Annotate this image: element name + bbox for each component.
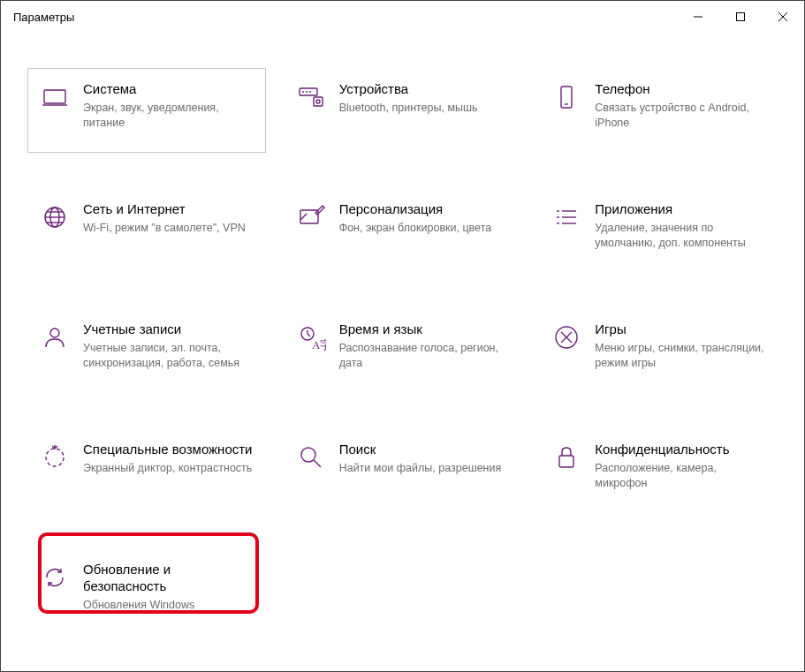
apps-icon — [551, 201, 582, 233]
privacy-icon — [551, 442, 582, 473]
tile-time-language[interactable]: A字 Время и язык Распознавание голоса, ре… — [284, 308, 522, 393]
minimize-button[interactable] — [677, 1, 719, 33]
svg-rect-1 — [737, 13, 745, 21]
tile-personalization[interactable]: Персонализация Фон, экран блокировки, цв… — [284, 188, 522, 273]
svg-line-30 — [308, 334, 310, 336]
tile-accounts[interactable]: Учетные записи Учетные записи, эл. почта… — [27, 308, 266, 393]
tile-label: Приложения — [595, 201, 766, 218]
tile-desc: Учетные записи, эл. почта, синхронизация… — [83, 341, 254, 371]
tile-label: Телефон — [595, 81, 766, 98]
personalization-icon — [295, 201, 327, 233]
svg-line-20 — [300, 214, 307, 220]
tile-gaming[interactable]: Игры Меню игры, снимки, трансляции, режи… — [539, 308, 778, 393]
tile-desc: Bluetooth, принтеры, мышь — [339, 101, 511, 116]
titlebar: Параметры — [1, 1, 804, 33]
tile-network[interactable]: Сеть и Интернет Wi-Fi, режим "в самолете… — [27, 188, 266, 273]
svg-rect-10 — [314, 97, 323, 106]
tile-label: Конфиденциальность — [595, 442, 766, 458]
tile-label: Специальные возможности — [83, 442, 254, 458]
tile-system[interactable]: Система Экран, звук, уведомления, питани… — [27, 68, 266, 153]
tile-label: Время и язык — [339, 321, 511, 338]
close-button[interactable] — [762, 1, 804, 33]
gaming-icon — [551, 321, 582, 353]
network-icon — [39, 201, 71, 233]
tile-desc: Меню игры, снимки, трансляции, режим игр… — [595, 341, 766, 371]
tile-label: Устройства — [339, 81, 511, 98]
tile-apps[interactable]: Приложения Удаление, значения по умолчан… — [539, 188, 778, 273]
tile-desc: Распознавание голоса, регион, дата — [339, 341, 511, 371]
search-icon — [295, 442, 327, 473]
tile-label: Учетные записи — [83, 321, 254, 338]
svg-text:A字: A字 — [312, 338, 326, 351]
tile-desc: Расположение, камера, микрофон — [595, 461, 766, 491]
svg-point-11 — [316, 100, 320, 103]
tile-label: Персонализация — [339, 201, 511, 218]
tile-label: Поиск — [339, 442, 511, 458]
svg-point-33 — [46, 449, 64, 466]
tile-desc: Связать устройство с Android, iPhone — [595, 101, 766, 131]
tile-privacy[interactable]: Конфиденциальность Расположение, камера,… — [539, 428, 778, 513]
tile-desc: Экран, звук, уведомления, питание — [83, 101, 254, 131]
svg-point-34 — [301, 448, 315, 462]
system-icon — [39, 81, 71, 113]
tile-search[interactable]: Поиск Найти мои файлы, разрешения — [284, 428, 522, 513]
devices-icon — [295, 81, 327, 113]
svg-rect-36 — [559, 456, 573, 467]
tile-desc: Найти мои файлы, разрешения — [339, 461, 511, 476]
tile-label: Сеть и Интернет — [83, 201, 254, 218]
tile-label: Игры — [595, 321, 766, 338]
window-title: Параметры — [13, 11, 74, 24]
tile-desc: Удаление, значения по умолчанию, доп. ко… — [595, 221, 766, 251]
tile-update-security[interactable]: Обновление и безопасность Обновления Win… — [27, 548, 266, 633]
tile-label: Обновление и безопасность — [83, 562, 254, 595]
tile-desc: Фон, экран блокировки, цвета — [339, 221, 511, 236]
tile-label: Система — [83, 81, 254, 98]
svg-line-35 — [314, 460, 321, 467]
svg-point-27 — [50, 328, 59, 337]
content-area: Система Экран, звук, уведомления, питани… — [1, 33, 804, 651]
update-security-icon — [39, 562, 71, 593]
phone-icon — [551, 81, 582, 113]
maximize-button[interactable] — [719, 1, 762, 33]
tile-accessibility[interactable]: Специальные возможности Экранный диктор,… — [27, 428, 266, 513]
tile-desc: Обновления Windows — [83, 598, 254, 613]
tile-desc: Wi-Fi, режим "в самолете", VPN — [83, 221, 254, 236]
svg-rect-4 — [44, 90, 65, 103]
tile-desc: Экранный диктор, контрастность — [83, 461, 254, 476]
time-language-icon: A字 — [295, 321, 327, 353]
accounts-icon — [39, 321, 71, 353]
tile-phone[interactable]: Телефон Связать устройство с Android, iP… — [539, 68, 778, 153]
accessibility-icon — [39, 442, 71, 473]
settings-grid: Система Экран, звук, уведомления, питани… — [27, 68, 778, 633]
window-controls — [677, 1, 804, 33]
tile-devices[interactable]: Устройства Bluetooth, принтеры, мышь — [284, 68, 522, 153]
settings-window: Параметры Система Экран, звук, уведо — [0, 0, 805, 672]
